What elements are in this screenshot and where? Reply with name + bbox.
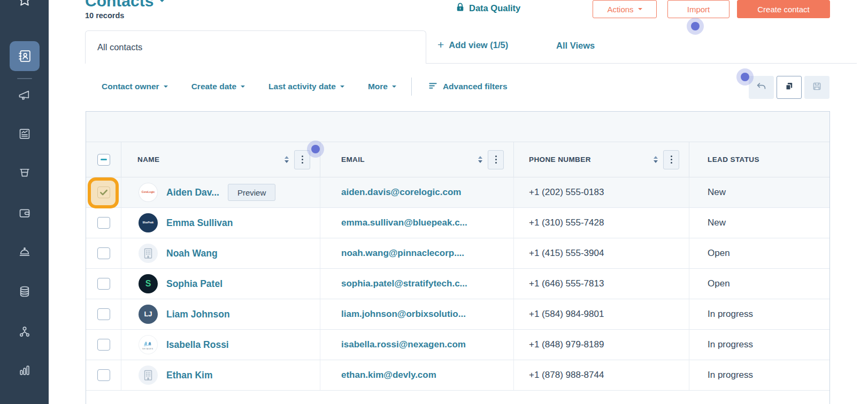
vertical-divider [411, 77, 412, 96]
page-title[interactable]: Contacts [85, 0, 166, 9]
sidebar-item-commerce[interactable] [17, 166, 32, 180]
wallet-icon [17, 206, 32, 220]
all-views-button[interactable]: All Views [556, 41, 595, 51]
sidebar-divider [17, 78, 32, 79]
sidebar-item-payments[interactable] [17, 206, 32, 220]
row-select-cell [86, 238, 121, 268]
row-select-cell [86, 177, 121, 207]
filter-last-activity-date[interactable]: Last activity date [268, 82, 344, 91]
save-button[interactable] [804, 76, 829, 99]
add-view-label: Add view (1/5) [449, 40, 508, 50]
contact-name-link[interactable]: Liam Johnson [166, 309, 230, 320]
actions-label: Actions [607, 5, 633, 14]
page-title-text: Contacts [85, 0, 153, 10]
data-quality-label: Data Quality [469, 3, 520, 13]
undo-icon [756, 81, 767, 95]
bell-icon [17, 244, 32, 259]
copy-button[interactable] [777, 76, 802, 99]
chevron-down-icon [158, 0, 166, 6]
contact-avatar: S [139, 274, 158, 293]
favorites-nav-item[interactable] [17, 0, 32, 7]
contact-name-link[interactable]: Noah Wang [166, 248, 218, 259]
table-row: LJ Liam Johnson liam.johnson@orbixsoluti… [86, 299, 829, 330]
filter-lines-icon [428, 81, 438, 93]
contact-email-link[interactable]: noah.wang@pinnaclecorp.... [341, 248, 464, 259]
contact-name-link[interactable]: Sophia Patel [166, 278, 222, 290]
sidebar-item-crm-contacts[interactable] [10, 41, 40, 71]
row-select-cell [86, 269, 121, 299]
row-select-cell [86, 299, 121, 329]
data-quality-link[interactable]: Data Quality [455, 2, 520, 14]
sort-arrows[interactable] [285, 154, 289, 165]
column-header-lead-status: LEAD STATUS [689, 142, 829, 177]
table-row: Noah Wang noah.wang@pinnaclecorp.... +1 … [86, 238, 829, 269]
sidebar-item-marketing[interactable] [17, 88, 32, 103]
lock-icon [455, 2, 465, 14]
sidebar-item-reporting[interactable] [17, 363, 32, 377]
row-checkbox[interactable] [97, 308, 110, 320]
name-cell: BluePeak Emma Sullivan [121, 208, 320, 238]
phone-cell: +1 (878) 988-8744 [514, 360, 689, 390]
table-row: CoreLogic Aiden Dav... Preview aiden.dav… [86, 177, 829, 208]
sidebar-item-content[interactable] [17, 127, 32, 141]
lead-status-cell: Open [689, 238, 829, 268]
contact-email-link[interactable]: ethan.kim@devly.com [341, 370, 436, 380]
filter-create-date[interactable]: Create date [191, 82, 245, 91]
sort-arrows[interactable] [654, 154, 658, 165]
preview-button[interactable]: Preview [228, 184, 275, 201]
row-checkbox[interactable] [97, 369, 110, 381]
filter-label: Create date [191, 82, 236, 91]
phone-cell: +1 (646) 555-7813 [514, 269, 689, 299]
tab-all-contacts[interactable]: All contacts [85, 30, 426, 64]
column-menu-button[interactable] [488, 150, 504, 169]
sort-arrows[interactable] [478, 154, 482, 165]
database-icon [17, 284, 32, 299]
phone-value: +1 (646) 555-7813 [529, 278, 604, 289]
contact-email-link[interactable]: aiden.davis@corelogic.com [341, 187, 461, 198]
phone-cell: +1 (584) 984-9801 [514, 299, 689, 329]
select-all-cell [86, 142, 121, 177]
phone-cell: +1 (415) 555-3904 [514, 238, 689, 268]
undo-button[interactable] [749, 76, 774, 99]
main-content: Contacts 10 records Data Quality Actions… [49, 0, 868, 404]
row-checkbox[interactable] [97, 217, 110, 229]
lead-status-value: Open [708, 248, 730, 259]
row-checkbox[interactable] [97, 187, 110, 198]
contacts-table: NAME EMAIL PHONE NUMBER LEAD STATUS [86, 111, 830, 404]
sidebar-item-automations[interactable] [17, 324, 32, 339]
select-all-checkbox[interactable] [97, 154, 110, 166]
sidebar-item-data-management[interactable] [17, 284, 32, 299]
add-view-button[interactable]: +Add view (1/5) [437, 40, 508, 50]
lead-status-value: New [708, 217, 726, 228]
contact-email-link[interactable]: liam.johnson@orbixsolutio... [341, 309, 466, 320]
sidebar-item-service[interactable] [17, 244, 32, 259]
contact-email-link[interactable]: isabella.rossi@nexagen.com [341, 339, 466, 350]
create-contact-button[interactable]: Create contact [737, 0, 830, 18]
contact-name-link[interactable]: Aiden Dav... [166, 187, 219, 198]
workflow-icon [17, 324, 32, 339]
email-cell: ethan.kim@devly.com [320, 360, 514, 390]
email-cell: liam.johnson@orbixsolutio... [320, 299, 514, 329]
contact-email-link[interactable]: sophia.patel@stratifytech.c... [341, 278, 467, 289]
contact-name-link[interactable]: Isabella Rossi [166, 339, 229, 351]
contact-email-link[interactable]: emma.sullivan@bluepeak.c... [341, 217, 467, 228]
phone-cell: +1 (202) 555-0183 [514, 177, 689, 207]
column-menu-button[interactable] [294, 150, 310, 169]
phone-value: +1 (310) 555-7428 [529, 217, 604, 228]
row-checkbox[interactable] [97, 339, 110, 351]
column-menu-button[interactable] [663, 150, 679, 169]
lead-status-value: In progress [708, 309, 753, 320]
email-cell: isabella.rossi@nexagen.com [320, 330, 514, 360]
contact-name-link[interactable]: Ethan Kim [166, 370, 213, 381]
phone-value: +1 (415) 555-3904 [529, 248, 604, 259]
actions-button[interactable]: Actions [593, 0, 657, 18]
contact-name-link[interactable]: Emma Sullivan [166, 217, 233, 229]
filter-more[interactable]: More [368, 82, 396, 91]
filter-contact-owner[interactable]: Contact owner [102, 82, 168, 91]
advanced-filters-button[interactable]: Advanced filters [428, 81, 508, 93]
row-checkbox[interactable] [97, 278, 110, 290]
phone-value: +1 (202) 555-0183 [529, 187, 604, 198]
row-checkbox[interactable] [97, 247, 110, 259]
lead-status-value: New [708, 187, 726, 198]
import-button[interactable]: Import [667, 0, 729, 18]
